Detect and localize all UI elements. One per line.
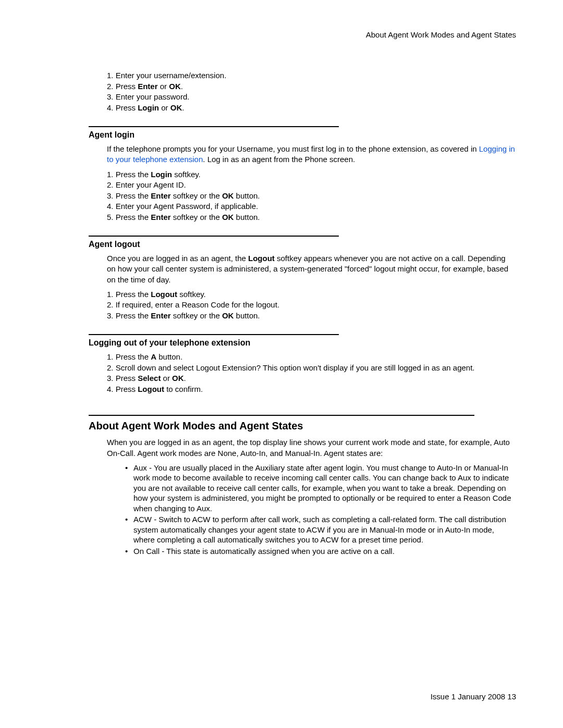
text: softkey or the bbox=[171, 191, 222, 200]
divider bbox=[89, 126, 339, 127]
list-item: Aux - You are usually placed in the Auxi… bbox=[125, 463, 516, 514]
text-bold: Logout bbox=[138, 385, 164, 393]
page: About Agent Work Modes and Agent States … bbox=[0, 0, 563, 728]
text: Press bbox=[116, 385, 138, 393]
list-item: Press Select or OK. bbox=[107, 373, 516, 384]
list-item: Enter your username/extension. bbox=[107, 70, 516, 81]
list-item: Press the A button. bbox=[107, 352, 516, 362]
text: Press the bbox=[116, 191, 151, 200]
text: . bbox=[181, 82, 183, 91]
list-item: Press Enter or OK. bbox=[107, 81, 516, 92]
text-bold: Select bbox=[138, 374, 161, 382]
list-item: ACW - Switch to ACW to perform after cal… bbox=[125, 514, 516, 545]
list-item: Enter your password. bbox=[107, 92, 516, 102]
text: softkey or the bbox=[171, 311, 222, 320]
text-bold: OK bbox=[222, 213, 234, 221]
text: button. bbox=[234, 191, 260, 200]
logout-extension-steps: Press the A button. Scroll down and sele… bbox=[107, 352, 516, 394]
text: softkey. bbox=[177, 290, 206, 299]
list-item: Press the Enter softkey or the OK button… bbox=[107, 191, 516, 201]
divider bbox=[89, 334, 339, 335]
agent-states-list: Aux - You are usually placed in the Auxi… bbox=[125, 463, 516, 557]
list-item: Enter your Agent Password, if applicable… bbox=[107, 201, 516, 212]
text: or bbox=[159, 103, 170, 112]
page-footer: Issue 1 January 2008 13 bbox=[431, 692, 516, 701]
running-header: About Agent Work Modes and Agent States bbox=[47, 30, 516, 39]
text-bold: OK bbox=[170, 103, 182, 112]
heading-agent-login: Agent login bbox=[89, 130, 516, 140]
text: Once you are logged in as an agent, the bbox=[107, 254, 248, 263]
text: If the telephone prompts you for your Us… bbox=[107, 144, 479, 153]
heading-work-modes: About Agent Work Modes and Agent States bbox=[89, 420, 516, 432]
list-item: Press Login or OK. bbox=[107, 103, 516, 113]
text-bold: Enter bbox=[151, 213, 170, 221]
paragraph: When you are logged in as an agent, the … bbox=[107, 437, 516, 459]
text: Press bbox=[116, 82, 138, 91]
text-bold: A bbox=[151, 352, 156, 361]
list-item: On Call - This state is automatically as… bbox=[125, 546, 516, 557]
text: Enter your Agent Password, if applicable… bbox=[116, 202, 259, 211]
text-bold: Enter bbox=[151, 311, 170, 320]
heading-agent-logout: Agent logout bbox=[89, 240, 516, 249]
text: or bbox=[161, 374, 172, 382]
list-item: Press the Login softkey. bbox=[107, 169, 516, 180]
text: Press bbox=[116, 103, 138, 112]
list-item: Press the Logout softkey. bbox=[107, 289, 516, 300]
list-item: Press the Enter softkey or the OK button… bbox=[107, 311, 516, 321]
intro-steps: Enter your username/extension. Press Ent… bbox=[107, 70, 516, 113]
agent-logout-steps: Press the Logout softkey. If required, e… bbox=[107, 289, 516, 321]
text: Enter your Agent ID. bbox=[116, 180, 186, 189]
text: or bbox=[158, 82, 169, 91]
text: Press bbox=[116, 374, 138, 382]
list-item: Press Logout to confirm. bbox=[107, 384, 516, 394]
text: Enter your username/extension. bbox=[116, 71, 227, 80]
list-item: Press the Enter softkey or the OK button… bbox=[107, 212, 516, 223]
text: . Log in as an agent from the Phone scre… bbox=[203, 155, 355, 164]
text-bold: OK bbox=[172, 374, 184, 382]
text: Press the bbox=[116, 290, 151, 299]
text: Scroll down and select Logout Extension?… bbox=[116, 363, 475, 372]
text-bold: Enter bbox=[151, 191, 170, 200]
footer-page-number: 13 bbox=[507, 692, 516, 701]
text-bold: Enter bbox=[138, 82, 157, 91]
text: button. bbox=[156, 352, 182, 361]
text-bold: OK bbox=[222, 311, 234, 320]
list-item: Enter your Agent ID. bbox=[107, 180, 516, 190]
paragraph: Once you are logged in as an agent, the … bbox=[107, 253, 516, 285]
text-bold: Logout bbox=[248, 254, 275, 263]
text: softkey or the bbox=[171, 213, 222, 221]
agent-login-steps: Press the Login softkey. Enter your Agen… bbox=[107, 169, 516, 223]
heading-logout-extension: Logging out of your telephone extension bbox=[89, 338, 516, 348]
text-bold: OK bbox=[169, 82, 181, 91]
text: If required, enter a Reason Code for the… bbox=[116, 300, 279, 309]
text: to confirm. bbox=[164, 385, 203, 393]
text-bold: Logout bbox=[151, 290, 177, 299]
text: Press the bbox=[116, 352, 151, 361]
text: Press the bbox=[116, 170, 151, 179]
divider bbox=[89, 236, 339, 237]
text-bold: Login bbox=[138, 103, 159, 112]
text: Press the bbox=[116, 213, 151, 221]
footer-issue: Issue 1 January 2008 bbox=[431, 692, 508, 701]
text: softkey. bbox=[172, 170, 201, 179]
text: Press the bbox=[116, 311, 151, 320]
text: . bbox=[184, 374, 186, 382]
text: button. bbox=[234, 213, 260, 221]
text-bold: Login bbox=[151, 170, 172, 179]
text: . bbox=[182, 103, 184, 112]
list-item: If required, enter a Reason Code for the… bbox=[107, 300, 516, 310]
text: button. bbox=[234, 311, 260, 320]
list-item: Scroll down and select Logout Extension?… bbox=[107, 363, 516, 373]
divider bbox=[89, 415, 474, 416]
paragraph: If the telephone prompts you for your Us… bbox=[107, 144, 516, 165]
text-bold: OK bbox=[222, 191, 234, 200]
text: Enter your password. bbox=[116, 92, 190, 101]
